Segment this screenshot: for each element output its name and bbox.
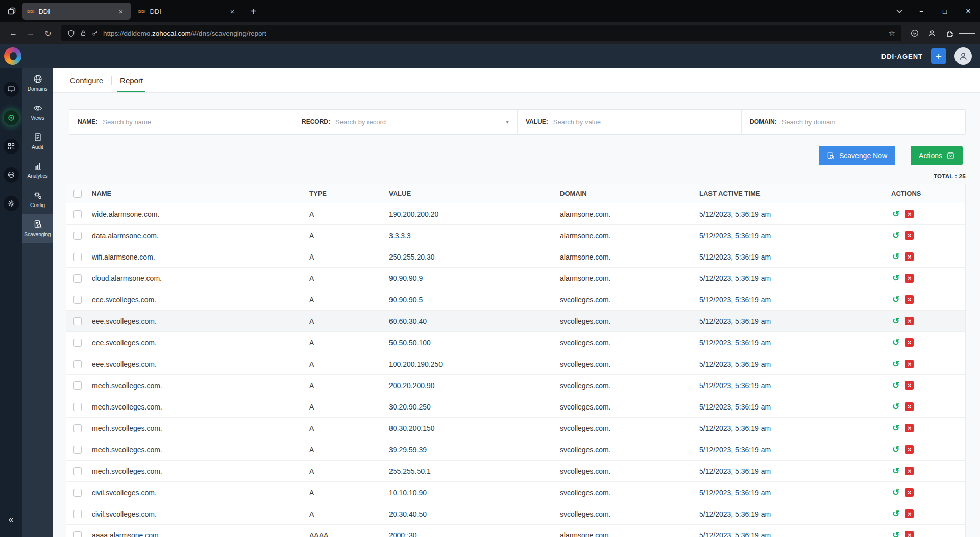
delete-icon[interactable]: × [905, 252, 914, 261]
table-row[interactable]: wifi.alarmsone.com. A 250.255.20.30 alar… [66, 246, 965, 268]
row-checkbox[interactable] [74, 232, 82, 240]
table-row[interactable]: cloud.alarmsone.com. A 90.90.90.9 alarms… [66, 268, 965, 289]
record-filter-input[interactable] [335, 118, 501, 126]
delete-icon[interactable]: × [905, 445, 914, 454]
row-checkbox[interactable] [74, 489, 82, 497]
history-icon[interactable]: ↺ [892, 424, 899, 432]
extensions-puzzle-icon[interactable] [941, 25, 958, 41]
close-tab-icon[interactable]: × [227, 6, 237, 16]
delete-icon[interactable]: × [905, 338, 914, 347]
sidebar-item-audit[interactable]: Audit [22, 126, 53, 156]
row-checkbox[interactable] [74, 446, 82, 454]
history-icon[interactable]: ↺ [892, 488, 899, 497]
domain-filter-input[interactable] [782, 118, 957, 126]
row-checkbox[interactable] [74, 296, 82, 304]
table-row[interactable]: eee.svcolleges.com. A 50.50.50.100 svcol… [66, 332, 965, 353]
delete-icon[interactable]: × [905, 210, 914, 218]
rail-app-icon-1[interactable] [4, 82, 19, 97]
scavenge-now-button[interactable]: Scavenge Now [819, 146, 895, 165]
delete-icon[interactable]: × [905, 381, 914, 390]
history-icon[interactable]: ↺ [892, 402, 899, 411]
table-row[interactable]: mech.svcolleges.com. A 30.20.90.250 svco… [66, 396, 965, 418]
user-avatar[interactable] [954, 47, 972, 65]
select-all-checkbox[interactable] [74, 190, 82, 198]
row-checkbox[interactable] [74, 210, 82, 218]
delete-icon[interactable]: × [905, 424, 914, 432]
minimize-button[interactable]: − [910, 0, 933, 22]
menu-hamburger-icon[interactable] [959, 25, 975, 41]
back-button[interactable]: ← [5, 25, 21, 41]
new-tab-button[interactable]: + [245, 3, 261, 19]
rail-app-icon-2-active[interactable] [4, 110, 19, 125]
history-icon[interactable]: ↺ [892, 338, 899, 347]
table-row[interactable]: mech.svcolleges.com. A 39.29.59.39 svcol… [66, 439, 965, 461]
row-checkbox[interactable] [74, 531, 82, 537]
value-filter-input[interactable] [553, 118, 733, 126]
sidebar-item-scavenging[interactable]: Scavenging [22, 214, 53, 243]
url-bar[interactable]: https://ddidemo.zohocal.com/#/dns/scaven… [61, 25, 901, 41]
shield-icon[interactable] [67, 30, 75, 37]
history-icon[interactable]: ↺ [892, 252, 899, 261]
rail-app-icon-5[interactable] [4, 196, 19, 211]
delete-icon[interactable]: × [905, 317, 914, 325]
tab-configure[interactable]: Configure [62, 68, 111, 92]
table-row[interactable]: civil.svcolleges.com. A 10.10.10.90 svco… [66, 482, 965, 503]
browser-tab[interactable]: DDI DDI × [22, 3, 131, 20]
name-filter-input[interactable] [103, 118, 285, 126]
key-icon[interactable] [91, 30, 99, 37]
table-row[interactable]: wide.alarmsone.com. A 190.200.200.20 ala… [66, 203, 965, 225]
close-window-button[interactable]: × [957, 0, 980, 22]
tab-list-chevron-icon[interactable] [889, 0, 910, 22]
rail-app-icon-3[interactable] [4, 139, 19, 154]
bookmark-star-icon[interactable]: ☆ [889, 29, 895, 38]
row-checkbox[interactable] [74, 253, 82, 261]
close-tab-icon[interactable]: × [116, 6, 126, 16]
firefox-view-icon[interactable] [3, 3, 20, 20]
delete-icon[interactable]: × [905, 274, 914, 283]
history-icon[interactable]: ↺ [892, 274, 899, 283]
delete-icon[interactable]: × [905, 531, 914, 537]
row-checkbox[interactable] [74, 360, 82, 368]
rail-app-icon-4[interactable] [4, 167, 19, 183]
browser-tab[interactable]: DDI DDI × [134, 3, 242, 20]
delete-icon[interactable]: × [905, 509, 914, 518]
history-icon[interactable]: ↺ [892, 467, 899, 475]
history-icon[interactable]: ↺ [892, 531, 899, 537]
row-checkbox[interactable] [74, 510, 82, 518]
add-button[interactable]: + [931, 48, 946, 64]
table-row[interactable]: data.alarmsone.com. A 3.3.3.3 alarmsone.… [66, 225, 965, 246]
delete-icon[interactable]: × [905, 488, 914, 497]
delete-icon[interactable]: × [905, 231, 914, 240]
table-row[interactable]: mech.svcolleges.com. A 200.20.200.90 svc… [66, 375, 965, 396]
table-row[interactable]: eee.svcolleges.com. A 60.60.30.40 svcoll… [66, 311, 965, 332]
history-icon[interactable]: ↺ [892, 317, 899, 325]
maximize-button[interactable]: □ [933, 0, 957, 22]
history-icon[interactable]: ↺ [892, 295, 899, 304]
row-checkbox[interactable] [74, 467, 82, 475]
table-row[interactable]: mech.svcolleges.com. A 255.255.50.1 svco… [66, 461, 965, 482]
row-checkbox[interactable] [74, 339, 82, 347]
history-icon[interactable]: ↺ [892, 445, 899, 454]
table-row[interactable]: ece.svcolleges.com. A 90.90.90.5 svcolle… [66, 289, 965, 311]
reload-button[interactable]: ↻ [40, 25, 56, 41]
table-row[interactable]: civil.svcolleges.com. A 20.30.40.50 svco… [66, 503, 965, 525]
sidebar-item-config[interactable]: Config [22, 185, 53, 214]
collapse-sidebar-button[interactable]: « [0, 514, 22, 525]
delete-icon[interactable]: × [905, 360, 914, 368]
history-icon[interactable]: ↺ [892, 509, 899, 518]
sidebar-item-views[interactable]: Views [22, 97, 53, 126]
history-icon[interactable]: ↺ [892, 231, 899, 240]
row-checkbox[interactable] [74, 403, 82, 411]
account-icon[interactable] [924, 25, 940, 41]
pocket-icon[interactable] [906, 25, 923, 41]
delete-icon[interactable]: × [905, 295, 914, 304]
row-checkbox[interactable] [74, 274, 82, 283]
sidebar-item-domains[interactable]: Domains [22, 68, 53, 97]
tab-report[interactable]: Report [112, 68, 151, 92]
forward-button[interactable]: → [22, 25, 39, 41]
delete-icon[interactable]: × [905, 402, 914, 411]
history-icon[interactable]: ↺ [892, 210, 899, 218]
sidebar-item-analytics[interactable]: Analytics [22, 156, 53, 185]
table-row[interactable]: mech.svcolleges.com. A 80.30.200.150 svc… [66, 418, 965, 439]
history-icon[interactable]: ↺ [892, 381, 899, 390]
